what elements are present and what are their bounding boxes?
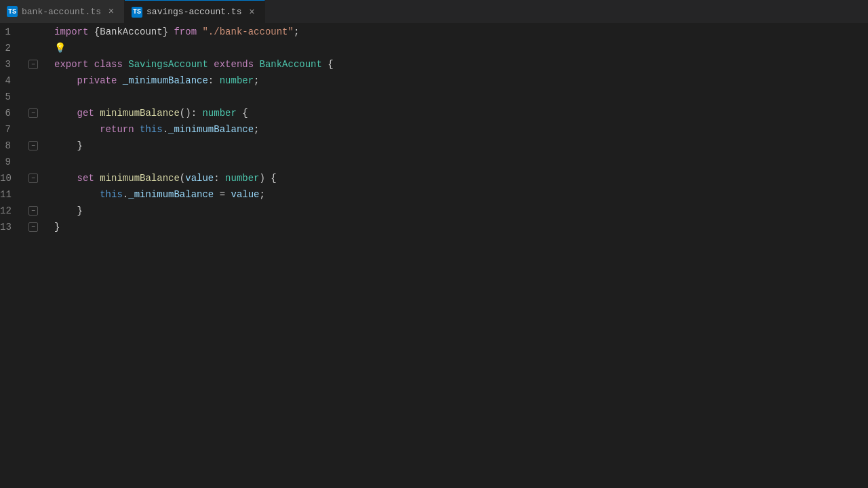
token-param: value — [231, 186, 259, 203]
fold-line-1 — [27, 24, 39, 40]
code-line-4: private _minimumBalance: number; — [52, 73, 868, 89]
line-num-9: 9 — [0, 154, 22, 170]
token-punct: ( — [180, 170, 185, 186]
tab-bank-account[interactable]: TSbank-account.ts× — [0, 0, 125, 23]
token-punct — [54, 105, 77, 121]
tab-close-bank-account[interactable]: × — [105, 5, 117, 18]
app-root: TSbank-account.ts×TSsavings-account.ts× … — [0, 0, 868, 235]
code-line-10: set minimumBalance(value: number) { — [52, 170, 868, 186]
lightbulb-icon[interactable]: 💡 — [54, 40, 66, 56]
line-num-7: 7 — [0, 121, 22, 138]
token-kw-return: return — [100, 121, 134, 138]
token-kw-export: export — [54, 56, 88, 73]
tab-savings-account[interactable]: TSsavings-account.ts× — [125, 0, 265, 23]
line-num-2: 2 — [0, 40, 22, 56]
token-punct: (): — [180, 105, 203, 121]
token-punct: } — [54, 203, 83, 219]
token-class-name: BankAccount — [260, 56, 322, 73]
token-param: value — [185, 170, 214, 186]
line-num-8: 8 — [0, 138, 22, 154]
editor-wrapper: 12345678910111213 −−−−−− import {BankAcc… — [0, 24, 868, 235]
tab-label-bank-account: bank-account.ts — [22, 7, 101, 17]
token-punct: ; — [294, 24, 299, 40]
line-num-11: 11 — [0, 186, 22, 203]
code-line-9 — [52, 154, 868, 170]
token-punct: ; — [254, 73, 259, 89]
token-punct: { — [322, 56, 334, 73]
token-kw-number: number — [202, 105, 236, 121]
token-punct — [54, 170, 77, 186]
fold-line-2 — [27, 40, 39, 56]
tab-label-savings-account: savings-account.ts — [146, 7, 241, 17]
fold-line-3: − — [27, 56, 39, 73]
token-punct: : — [208, 73, 220, 89]
token-kw-get: get — [77, 105, 94, 121]
tab-icon-bank-account: TS — [7, 6, 18, 17]
token-kw-this: this — [140, 121, 163, 138]
token-punct: ; — [254, 121, 259, 138]
code-content: import {BankAccount} from "./bank-accoun… — [46, 24, 868, 235]
token-kw-this: this — [100, 186, 123, 203]
token-str: "./bank-account" — [202, 24, 293, 40]
token-punct — [254, 56, 259, 73]
line-num-5: 5 — [0, 89, 22, 105]
token-punct — [94, 105, 100, 121]
token-punct: { — [237, 105, 248, 121]
code-line-13: } — [52, 219, 868, 235]
fold-line-5 — [27, 89, 39, 105]
line-num-12: 12 — [0, 203, 22, 219]
token-method: minimumBalance — [100, 105, 180, 121]
code-line-5 — [52, 89, 868, 105]
token-punct: . — [163, 121, 168, 138]
token-punct: } — [54, 219, 60, 235]
fold-icon-12[interactable]: − — [28, 206, 38, 216]
token-kw-set: set — [77, 170, 94, 186]
fold-line-13: − — [27, 219, 39, 235]
token-prop: _minimumBalance — [168, 121, 254, 138]
token-punct — [88, 56, 94, 73]
fold-line-8: − — [27, 138, 39, 154]
fold-line-7 — [27, 121, 39, 138]
fold-icon-8[interactable]: − — [28, 141, 38, 150]
token-punct: . — [123, 186, 128, 203]
token-kw-from: from — [174, 24, 197, 40]
fold-icon-13[interactable]: − — [28, 222, 38, 232]
token-punct: } — [54, 138, 83, 154]
code-line-3: export class SavingsAccount extends Bank… — [52, 56, 868, 73]
token-prop: _minimumBalance — [123, 73, 208, 89]
token-method: minimumBalance — [100, 170, 180, 186]
fold-icon-10[interactable]: − — [28, 174, 38, 183]
code-line-2: 💡 — [52, 40, 868, 56]
token-kw-number: number — [220, 73, 254, 89]
token-punct: ; — [260, 186, 265, 203]
token-punct: : — [214, 170, 225, 186]
code-line-7: return this._minimumBalance; — [52, 121, 868, 138]
fold-column: −−−−−− — [27, 24, 39, 235]
token-kw-class: class — [94, 56, 123, 73]
fold-line-12: − — [27, 203, 39, 219]
token-punct: ) { — [260, 170, 277, 186]
fold-line-10: − — [27, 170, 39, 186]
line-num-1: 1 — [0, 24, 22, 40]
token-punct — [208, 56, 214, 73]
fold-line-9 — [27, 154, 39, 170]
fold-line-4 — [27, 73, 39, 89]
fold-line-6: − — [27, 105, 39, 121]
code-line-11: this._minimumBalance = value; — [52, 186, 868, 203]
code-line-6: get minimumBalance(): number { — [52, 105, 868, 121]
token-punct — [197, 24, 202, 40]
token-punct — [94, 170, 100, 186]
token-prop: _minimumBalance — [128, 186, 214, 203]
token-class-name: SavingsAccount — [128, 56, 208, 73]
fold-icon-6[interactable]: − — [28, 108, 38, 118]
token-kw-extends: extends — [214, 56, 254, 73]
token-punct — [54, 186, 100, 203]
line-numbers: 12345678910111213 — [0, 24, 27, 235]
fold-icon-3[interactable]: − — [28, 60, 38, 69]
line-num-4: 4 — [0, 73, 22, 89]
tab-close-savings-account[interactable]: × — [245, 6, 258, 18]
token-punct — [134, 121, 140, 138]
token-punct: {BankAccount} — [88, 24, 174, 40]
token-punct — [117, 73, 122, 89]
token-punct: = — [214, 186, 231, 203]
